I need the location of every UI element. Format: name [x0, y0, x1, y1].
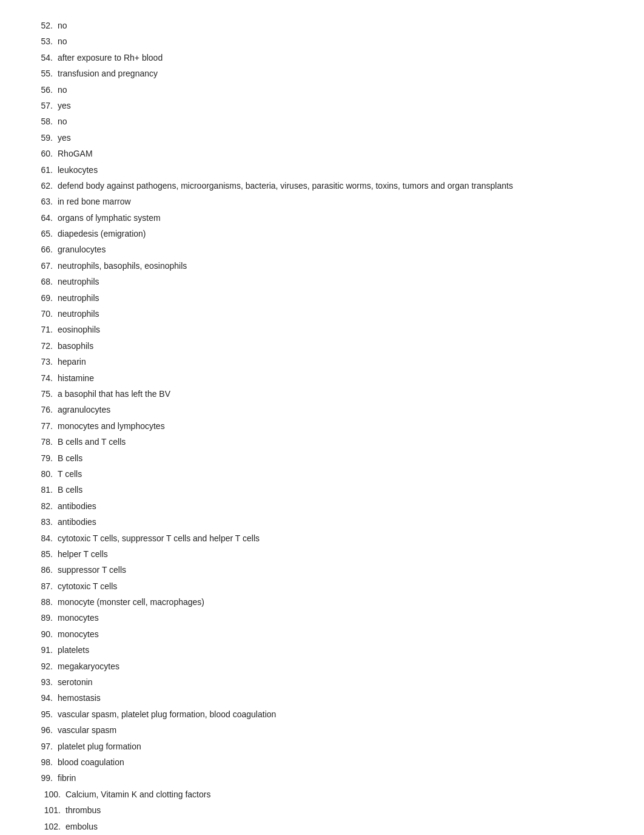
list-item: 64.organs of lymphatic system	[30, 211, 614, 225]
item-number: 60.	[30, 147, 58, 160]
list-item: 67.neutrophils, basophils, eosinophils	[30, 259, 614, 273]
item-text: after exposure to Rh+ blood	[58, 51, 614, 64]
list-item: 59.yes	[30, 130, 614, 145]
item-number: 64.	[30, 211, 58, 225]
item-text: monocytes	[58, 627, 614, 641]
item-text: fibrin	[58, 771, 614, 785]
list-item: 71.eosinophils	[30, 322, 614, 337]
list-item: 54.after exposure to Rh+ blood	[30, 50, 614, 65]
list-item: 62.defend body against pathogens, microo…	[30, 178, 614, 193]
item-number: 79.	[30, 451, 58, 465]
list-item: 95.vascular spasm, platelet plug formati…	[30, 707, 614, 722]
list-item: 98.blood coagulation	[30, 755, 614, 769]
item-number: 76.	[30, 403, 58, 416]
item-number: 70.	[30, 307, 58, 320]
item-number: 87.	[30, 580, 58, 593]
item-number: 89.	[30, 611, 58, 624]
item-text: embolus	[65, 820, 614, 833]
item-text: leukocytes	[58, 163, 614, 177]
item-number: 91.	[30, 643, 58, 657]
item-text: B cells and T cells	[58, 435, 614, 448]
item-text: antibodies	[58, 515, 614, 529]
item-number: 63.	[30, 195, 58, 208]
item-text: yes	[58, 99, 614, 112]
list-item: 53.no	[30, 34, 614, 49]
item-text: monocyte (monster cell, macrophages)	[58, 595, 614, 609]
item-number: 81.	[30, 483, 58, 496]
item-text: platelets	[58, 643, 614, 657]
item-number: 54.	[30, 51, 58, 64]
item-number: 96.	[30, 723, 58, 737]
list-item: 92.megakaryocytes	[30, 659, 614, 674]
item-text: a basophil that has left the BV	[58, 387, 614, 401]
item-number: 88.	[30, 595, 58, 609]
item-number: 55.	[30, 67, 58, 80]
item-text: no	[58, 115, 614, 128]
item-number: 69.	[30, 291, 58, 305]
list-item: 52.no	[30, 18, 614, 33]
item-text: defend body against pathogens, microorga…	[58, 179, 614, 192]
list-item: 61.leukocytes	[30, 163, 614, 177]
item-number: 73.	[30, 355, 58, 368]
list-item: 96.vascular spasm	[30, 723, 614, 737]
item-text: antibodies	[58, 499, 614, 513]
list-item: 66.granulocytes	[30, 242, 614, 257]
item-text: neutrophils, basophils, eosinophils	[58, 259, 614, 272]
item-text: helper T cells	[58, 547, 614, 561]
item-text: thrombus	[65, 803, 614, 817]
item-number: 62.	[30, 179, 58, 192]
list-item: 83.antibodies	[30, 515, 614, 529]
item-number: 72.	[30, 339, 58, 353]
item-text: RhoGAM	[58, 147, 614, 160]
item-text: megakaryocytes	[58, 660, 614, 673]
item-number: 75.	[30, 387, 58, 401]
item-text: organs of lymphatic system	[58, 211, 614, 225]
item-text: neutrophils	[58, 307, 614, 320]
list-item: 81.B cells	[30, 482, 614, 497]
list-item: 63.in red bone marrow	[30, 194, 614, 209]
list-item: 93.serotonin	[30, 675, 614, 689]
item-number: 102.	[30, 820, 65, 833]
item-text: T cells	[58, 467, 614, 481]
list-item: 69.neutrophils	[30, 291, 614, 305]
item-number: 68.	[30, 275, 58, 288]
item-text: suppressor T cells	[58, 563, 614, 576]
item-text: granulocytes	[58, 243, 614, 256]
item-text: histamine	[58, 371, 614, 385]
list-item: 77.monocytes and lymphocytes	[30, 419, 614, 433]
list-item: 82.antibodies	[30, 499, 614, 513]
list-item: 75.a basophil that has left the BV	[30, 387, 614, 401]
item-text: neutrophils	[58, 291, 614, 305]
item-text: vascular spasm, platelet plug formation,…	[58, 708, 614, 721]
item-number: 98.	[30, 756, 58, 769]
item-number: 90.	[30, 627, 58, 641]
list-item: 99.fibrin	[30, 771, 614, 785]
list-item: 80.T cells	[30, 467, 614, 481]
list-item: 73.heparin	[30, 354, 614, 369]
item-number: 71.	[30, 323, 58, 336]
item-number: 101.	[30, 803, 65, 817]
list-item: 84.cytotoxic T cells, suppressor T cells…	[30, 531, 614, 546]
list-item: 102.embolus	[30, 819, 614, 834]
list-item: 90.monocytes	[30, 627, 614, 641]
item-text: Calcium, Vitamin K and clotting factors	[65, 788, 614, 801]
item-number: 83.	[30, 515, 58, 529]
item-text: no	[58, 35, 614, 48]
item-number: 97.	[30, 740, 58, 753]
item-number: 59.	[30, 131, 58, 144]
item-number: 82.	[30, 499, 58, 513]
item-number: 93.	[30, 675, 58, 689]
list-item: 100.Calcium, Vitamin K and clotting fact…	[30, 787, 614, 802]
answer-list: 52.no53.no54.after exposure to Rh+ blood…	[30, 18, 614, 834]
list-item: 76.agranulocytes	[30, 402, 614, 417]
list-item: 91.platelets	[30, 643, 614, 657]
item-text: eosinophils	[58, 323, 614, 336]
item-number: 58.	[30, 115, 58, 128]
item-text: neutrophils	[58, 275, 614, 288]
item-number: 65.	[30, 227, 58, 240]
list-item: 94.hemostasis	[30, 691, 614, 705]
item-text: no	[58, 19, 614, 32]
item-number: 53.	[30, 35, 58, 48]
item-text: diapedesis (emigration)	[58, 227, 614, 240]
item-number: 95.	[30, 708, 58, 721]
